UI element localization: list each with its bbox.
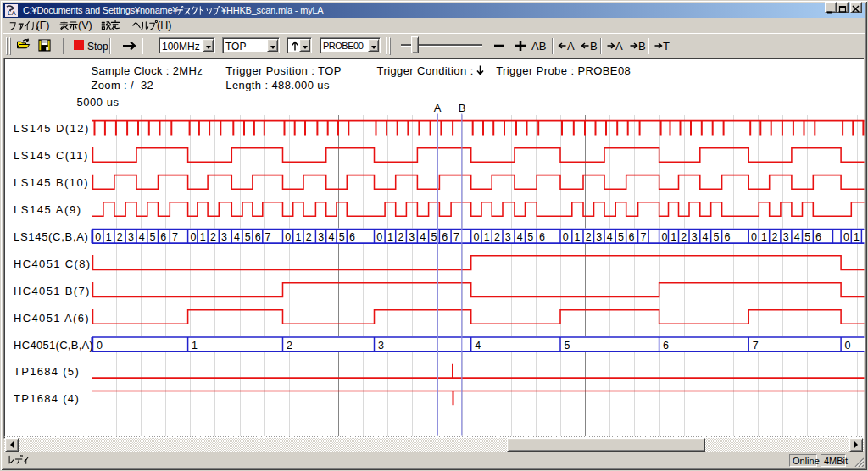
svg-text:6: 6 (442, 231, 448, 243)
svg-text:Zoom : / 32: Zoom : / 32 (92, 79, 154, 91)
svg-text:1: 1 (387, 231, 393, 243)
svg-text:0: 0 (97, 340, 103, 352)
svg-text:0: 0 (843, 231, 849, 243)
svg-text:7: 7 (640, 231, 646, 243)
svg-text:1: 1 (761, 231, 767, 243)
svg-text:4: 4 (794, 231, 800, 243)
svg-text:5: 5 (565, 340, 570, 352)
svg-text:2: 2 (287, 340, 292, 352)
svg-text:HC4051 C(8): HC4051 C(8) (14, 258, 91, 270)
svg-text:Length : 488.000 us: Length : 488.000 us (225, 79, 330, 91)
svg-text:7: 7 (753, 340, 759, 352)
svg-text:5: 5 (714, 231, 720, 243)
svg-text:4: 4 (420, 231, 426, 243)
svg-text:3: 3 (505, 231, 511, 243)
svg-text:6: 6 (663, 340, 669, 352)
svg-text:LS145(C,B,A): LS145(C,B,A) (14, 230, 89, 243)
svg-text:5: 5 (618, 231, 624, 243)
svg-text:6: 6 (160, 231, 166, 243)
svg-text:3: 3 (128, 231, 134, 243)
svg-text:2: 2 (494, 231, 500, 243)
svg-text:1: 1 (296, 231, 302, 243)
svg-text:1: 1 (670, 231, 676, 243)
svg-text:0: 0 (285, 231, 291, 243)
svg-text:0: 0 (563, 231, 569, 243)
svg-text:5000 us: 5000 us (77, 96, 120, 108)
svg-text:HC4051(C,B,A): HC4051(C,B,A) (14, 339, 93, 352)
svg-text:0: 0 (474, 231, 480, 243)
svg-text:6: 6 (629, 231, 635, 243)
svg-text:LS145 C(11): LS145 C(11) (14, 149, 89, 162)
svg-text:3: 3 (409, 231, 415, 243)
svg-text:3: 3 (692, 231, 698, 243)
svg-text:5: 5 (527, 231, 533, 243)
svg-text:6: 6 (815, 231, 821, 243)
svg-text:4: 4 (607, 231, 613, 243)
svg-text:LA: LA (8, 9, 16, 17)
svg-text:3: 3 (596, 231, 602, 243)
svg-text:0: 0 (751, 231, 757, 243)
svg-text:LS145 A(9): LS145 A(9) (14, 203, 82, 216)
svg-text:B: B (459, 102, 466, 114)
svg-text:5: 5 (339, 231, 345, 243)
svg-text:4: 4 (139, 231, 145, 243)
svg-text:0: 0 (661, 231, 667, 243)
svg-text:2: 2 (306, 231, 312, 243)
svg-text:5: 5 (245, 231, 251, 243)
svg-text:0: 0 (376, 231, 382, 243)
svg-text:6: 6 (255, 231, 261, 243)
svg-text:2: 2 (117, 231, 123, 243)
svg-text:A: A (434, 102, 442, 114)
svg-text:6: 6 (539, 231, 545, 243)
svg-text:2: 2 (586, 231, 592, 243)
svg-text:1: 1 (106, 231, 112, 243)
svg-text:HC4051 B(7): HC4051 B(7) (14, 285, 91, 297)
svg-text:4: 4 (329, 231, 335, 243)
svg-text:4: 4 (703, 231, 709, 243)
svg-text:1: 1 (575, 231, 581, 243)
svg-text:0: 0 (95, 231, 101, 243)
svg-text:Sample Clock : 2MHz: Sample Clock : 2MHz (92, 64, 203, 77)
svg-text:5: 5 (804, 231, 810, 243)
svg-text:5: 5 (150, 231, 156, 243)
svg-text:4: 4 (517, 231, 523, 243)
svg-text:7: 7 (172, 231, 178, 243)
svg-text:3: 3 (221, 231, 227, 243)
svg-text:4: 4 (234, 231, 240, 243)
svg-text:1: 1 (854, 231, 860, 243)
svg-text:2: 2 (681, 231, 687, 243)
svg-text:HC4051 A(6): HC4051 A(6) (14, 312, 90, 324)
svg-text:1: 1 (484, 231, 490, 243)
svg-text:Trigger Condition :: Trigger Condition : (377, 64, 474, 77)
svg-text:6: 6 (724, 231, 730, 243)
svg-text:0: 0 (190, 231, 196, 243)
svg-text:2: 2 (772, 231, 778, 243)
svg-text:2: 2 (210, 231, 216, 243)
svg-text:5: 5 (431, 231, 437, 243)
svg-text:3: 3 (318, 231, 324, 243)
svg-text:TP1684 (4): TP1684 (4) (14, 392, 80, 405)
svg-text:4: 4 (475, 340, 481, 352)
svg-text:LS145 D(12): LS145 D(12) (14, 122, 90, 135)
svg-text:1: 1 (200, 231, 206, 243)
svg-text:Trigger Position : TOP: Trigger Position : TOP (225, 64, 341, 77)
svg-text:7: 7 (265, 231, 271, 243)
svg-text:2: 2 (398, 231, 404, 243)
svg-text:Trigger Probe : PROBE08: Trigger Probe : PROBE08 (496, 64, 631, 77)
svg-text:0: 0 (845, 340, 851, 352)
svg-text:3: 3 (783, 231, 789, 243)
svg-text:3: 3 (378, 340, 384, 352)
svg-text:TP1684 (5): TP1684 (5) (14, 365, 80, 378)
svg-text:1: 1 (192, 340, 198, 352)
svg-text:6: 6 (349, 231, 355, 243)
svg-text:7: 7 (453, 231, 459, 243)
svg-text:LS145 B(10): LS145 B(10) (14, 176, 89, 189)
